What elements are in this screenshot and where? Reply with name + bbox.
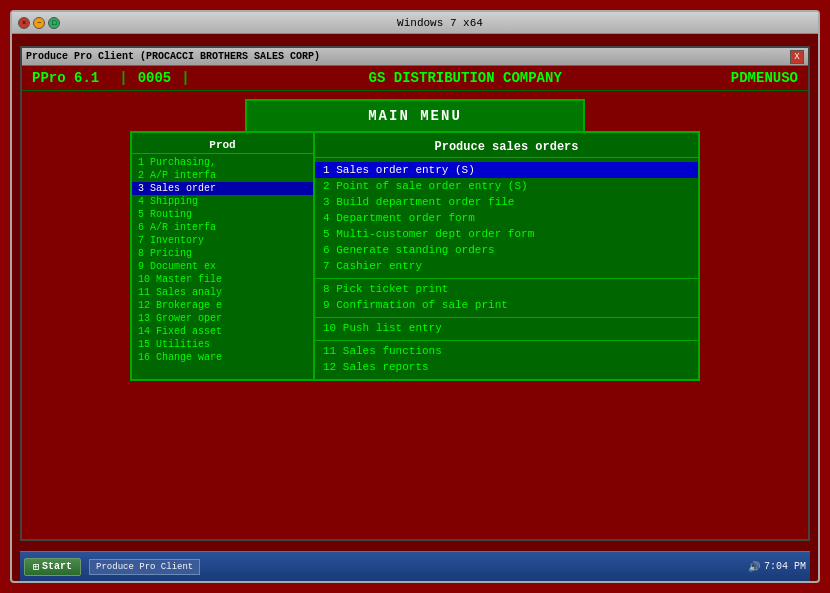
left-menu-item[interactable]: 15 Utilities (132, 338, 313, 351)
left-menu-item[interactable]: 7 Inventory (132, 234, 313, 247)
header-bar: PPro 6.1 | 0005 | GS DISTRIBUTION COMPAN… (22, 66, 808, 91)
right-menu-item[interactable]: 9 Confirmation of sale print (315, 297, 698, 313)
right-menu-item[interactable]: 3 Build department order file (315, 194, 698, 210)
left-menu-item[interactable]: 4 Shipping (132, 195, 313, 208)
right-menu-item[interactable]: 2 Point of sale order entry (S) (315, 178, 698, 194)
right-panel: Produce sales orders 1 Sales order entry… (315, 131, 700, 381)
left-menu-item[interactable]: 6 A/R interfa (132, 221, 313, 234)
window-title: Windows 7 x64 (68, 17, 812, 29)
left-menu-item[interactable]: 12 Brokerage e (132, 299, 313, 312)
main-content: MAIN MENU Prod 1 Purchasing,2 A/P interf… (22, 91, 808, 389)
app-window: Produce Pro Client (PROCACCI BROTHERS SA… (20, 46, 810, 541)
header-ppro: PPro 6.1 (32, 70, 99, 86)
right-items-list: 1 Sales order entry (S)2 Point of sale o… (315, 162, 698, 375)
taskbar-right: 🔊 7:04 PM (748, 561, 806, 573)
left-menu-item[interactable]: 5 Routing (132, 208, 313, 221)
right-menu-item[interactable]: 7 Cashier entry (315, 258, 698, 274)
right-menu-item[interactable]: 8 Pick ticket print (315, 278, 698, 297)
header-code: 0005 (138, 70, 172, 86)
left-menu-item[interactable]: 8 Pricing (132, 247, 313, 260)
right-menu-item[interactable]: 1 Sales order entry (S) (315, 162, 698, 178)
header-company: GS DISTRIBUTION COMPANY (200, 70, 731, 86)
header-separator2: | (181, 70, 189, 86)
taskbar-clock: 7:04 PM (764, 561, 806, 572)
right-menu-item[interactable]: 10 Push list entry (315, 317, 698, 336)
left-menu-item[interactable]: 13 Grower oper (132, 312, 313, 325)
right-menu-item[interactable]: 5 Multi-customer dept order form (315, 226, 698, 242)
main-menu-box: MAIN MENU (245, 99, 585, 133)
start-label: Start (42, 561, 72, 572)
left-menu-item[interactable]: 3 Sales order (132, 182, 313, 195)
left-menu-item[interactable]: 10 Master file (132, 273, 313, 286)
right-menu-item[interactable]: 6 Generate standing orders (315, 242, 698, 258)
right-panel-title: Produce sales orders (315, 137, 698, 158)
app-titlebar: Produce Pro Client (PROCACCI BROTHERS SA… (22, 48, 808, 66)
left-menu-item[interactable]: 1 Purchasing, (132, 156, 313, 169)
left-items-list: 1 Purchasing,2 A/P interfa3 Sales order4… (132, 156, 313, 364)
left-menu-item[interactable]: 16 Change ware (132, 351, 313, 364)
main-menu-title: MAIN MENU (368, 108, 462, 124)
right-menu-item[interactable]: 11 Sales functions (315, 340, 698, 359)
left-panel: Prod 1 Purchasing,2 A/P interfa3 Sales o… (130, 131, 315, 381)
outer-window: × − □ Windows 7 x64 Produce Pro Client (… (10, 10, 820, 583)
left-menu-item[interactable]: 9 Document ex (132, 260, 313, 273)
app-title: Produce Pro Client (PROCACCI BROTHERS SA… (26, 51, 320, 62)
right-menu-item[interactable]: 4 Department order form (315, 210, 698, 226)
close-btn[interactable]: × (18, 17, 30, 29)
header-separator: | (119, 70, 127, 86)
taskbar-app-item[interactable]: Produce Pro Client (89, 559, 200, 575)
left-menu-item[interactable]: 2 A/P interfa (132, 169, 313, 182)
max-btn[interactable]: □ (48, 17, 60, 29)
left-panel-title: Prod (132, 137, 313, 154)
left-menu-item[interactable]: 11 Sales analy (132, 286, 313, 299)
taskbar: ⊞ Start Produce Pro Client 🔊 7:04 PM (20, 551, 810, 581)
taskbar-volume-icon: 🔊 (748, 561, 760, 573)
app-close-button[interactable]: X (790, 50, 804, 64)
min-btn[interactable]: − (33, 17, 45, 29)
left-menu-item[interactable]: 14 Fixed asset (132, 325, 313, 338)
header-menu-code: PDMENUSO (731, 70, 798, 86)
start-icon: ⊞ (33, 561, 39, 573)
columns-wrapper: Prod 1 Purchasing,2 A/P interfa3 Sales o… (130, 131, 700, 381)
window-controls: × − □ (18, 17, 60, 29)
right-menu-item[interactable]: 12 Sales reports (315, 359, 698, 375)
start-button[interactable]: ⊞ Start (24, 558, 81, 576)
window-titlebar: × − □ Windows 7 x64 (12, 12, 818, 34)
taskbar-apps: Produce Pro Client (89, 559, 744, 575)
